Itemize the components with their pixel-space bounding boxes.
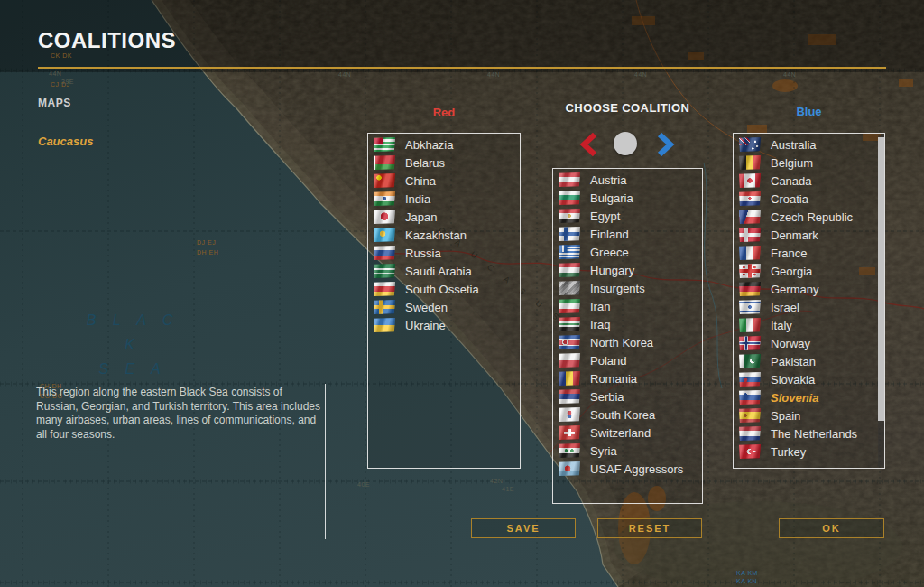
- country-label: USAF Aggressors: [590, 462, 683, 476]
- black-sea-label: B L A C K S E A: [78, 308, 188, 381]
- list-item[interactable]: Croatia: [734, 190, 884, 208]
- blue-coalition-header: Blue: [733, 105, 885, 118]
- list-item[interactable]: Romania: [553, 369, 702, 387]
- move-to-blue-arrow-icon[interactable]: [652, 131, 678, 158]
- list-item[interactable]: North Korea: [553, 333, 702, 351]
- list-item[interactable]: South Ossetia: [368, 280, 520, 298]
- list-item[interactable]: South Korea: [553, 405, 702, 424]
- list-item[interactable]: Switzerland: [553, 424, 702, 442]
- grid-label: 41E: [502, 486, 514, 492]
- country-label: Finland: [590, 228, 629, 241]
- list-item[interactable]: Poland: [553, 351, 702, 369]
- list-item[interactable]: India: [368, 190, 520, 208]
- reset-button[interactable]: RESET: [597, 518, 702, 538]
- country-label: Hungary: [590, 264, 634, 277]
- list-item[interactable]: Italy: [734, 316, 884, 334]
- country-label: Iran: [590, 300, 610, 313]
- list-item[interactable]: Turkey: [734, 443, 884, 461]
- list-item[interactable]: Syria: [553, 442, 702, 460]
- neutral-indicator-icon[interactable]: [614, 132, 637, 155]
- list-item[interactable]: Pakistan: [734, 352, 884, 370]
- country-label: Germany: [771, 283, 818, 296]
- list-item[interactable]: Australia: [734, 135, 884, 154]
- south-korea-flag-icon: [559, 407, 580, 422]
- turkey-flag-icon: [739, 444, 761, 459]
- list-item[interactable]: Egypt: [553, 207, 702, 225]
- germany-flag-icon: [739, 282, 761, 296]
- bulgaria-flag-icon: [559, 191, 580, 205]
- country-label: Norway: [771, 337, 810, 350]
- move-to-red-arrow-icon[interactable]: [577, 131, 602, 158]
- list-item[interactable]: Finland: [553, 225, 702, 243]
- country-label: Poland: [590, 354, 626, 368]
- georgia-flag-icon: [739, 264, 761, 278]
- india-flag-icon: [374, 191, 395, 206]
- list-item[interactable]: Greece: [553, 243, 702, 261]
- list-item[interactable]: Abkhazia: [368, 135, 520, 154]
- ukraine-flag-icon: [374, 318, 395, 332]
- list-item[interactable]: Norway: [734, 334, 884, 352]
- list-item[interactable]: USAF Aggressors: [553, 460, 702, 478]
- list-item[interactable]: Slovenia: [734, 388, 884, 406]
- country-label: Bulgaria: [590, 191, 633, 205]
- australia-flag-icon: [739, 137, 761, 152]
- grid-label: DJ EJ: [197, 239, 216, 246]
- serbia-flag-icon: [559, 389, 580, 404]
- italy-flag-icon: [739, 318, 761, 332]
- country-label: Japan: [405, 210, 437, 224]
- blue-list-scrollbar-thumb[interactable]: [878, 137, 884, 421]
- country-label: Croatia: [771, 192, 808, 206]
- ok-button[interactable]: OK: [779, 518, 884, 538]
- list-item[interactable]: Spain: [734, 406, 884, 424]
- red-coalition-header: Red: [367, 106, 521, 119]
- south-ossetia-flag-icon: [374, 282, 395, 296]
- list-item[interactable]: Canada: [734, 172, 884, 190]
- list-item[interactable]: Belarus: [368, 154, 520, 172]
- list-item[interactable]: Bulgaria: [553, 189, 702, 207]
- neutral-coalition-list: AustriaBulgariaEgyptFinlandGreeceHungary…: [552, 168, 703, 504]
- list-item[interactable]: China: [368, 172, 520, 190]
- list-item[interactable]: Germany: [734, 280, 884, 298]
- list-item[interactable]: Slovakia: [734, 370, 884, 388]
- list-item[interactable]: Czech Republic: [734, 208, 884, 226]
- list-item[interactable]: Georgia: [734, 262, 884, 280]
- country-label: France: [771, 247, 807, 260]
- country-label: Ukraine: [405, 319, 446, 332]
- list-item[interactable]: Japan: [368, 208, 520, 226]
- vertical-divider: [325, 384, 326, 539]
- list-item[interactable]: Sweden: [368, 298, 520, 316]
- grid-label: 40E: [357, 481, 370, 488]
- grid-label: KA KN: [736, 578, 757, 584]
- list-item[interactable]: Austria: [553, 171, 702, 189]
- save-button[interactable]: SAVE: [471, 518, 576, 538]
- list-item[interactable]: Kazakhstan: [368, 226, 520, 244]
- list-item[interactable]: The Netherlands: [734, 424, 884, 443]
- country-label: China: [405, 174, 436, 188]
- usaf-aggressors-flag-icon: [559, 461, 580, 476]
- list-item[interactable]: Insurgents: [553, 279, 702, 297]
- choose-coalition-title: CHOOSE COALITION: [534, 101, 721, 115]
- list-item[interactable]: Ukraine: [368, 316, 520, 334]
- country-label: Spain: [771, 409, 800, 423]
- country-label: Denmark: [771, 228, 818, 242]
- blue-coalition-list: AustraliaBelgiumCanadaCroatiaCzech Repub…: [733, 133, 885, 469]
- list-item[interactable]: France: [734, 244, 884, 262]
- list-item[interactable]: Iran: [553, 297, 702, 315]
- list-item[interactable]: Russia: [368, 244, 520, 262]
- list-item[interactable]: Iraq: [553, 315, 702, 333]
- country-label: Kazakhstan: [405, 228, 467, 242]
- list-item[interactable]: Belgium: [734, 154, 884, 172]
- grid-label: 39E: [61, 79, 74, 85]
- map-item-caucasus[interactable]: Caucasus: [38, 135, 93, 148]
- list-item[interactable]: Israel: [734, 298, 884, 316]
- country-label: Belarus: [405, 156, 445, 170]
- list-item[interactable]: Hungary: [553, 261, 702, 279]
- list-item[interactable]: Denmark: [734, 226, 884, 244]
- country-label: Slovenia: [771, 391, 818, 405]
- list-item[interactable]: Serbia: [553, 387, 702, 405]
- coalitions-screen: B L A C K S E A C A U C A S U S CK DKCJ …: [0, 0, 924, 587]
- map-description: This region along the eastern Black Sea …: [36, 386, 323, 442]
- grid-label: 44N: [783, 71, 796, 78]
- list-item[interactable]: Saudi Arabia: [368, 262, 520, 280]
- syria-flag-icon: [559, 443, 580, 458]
